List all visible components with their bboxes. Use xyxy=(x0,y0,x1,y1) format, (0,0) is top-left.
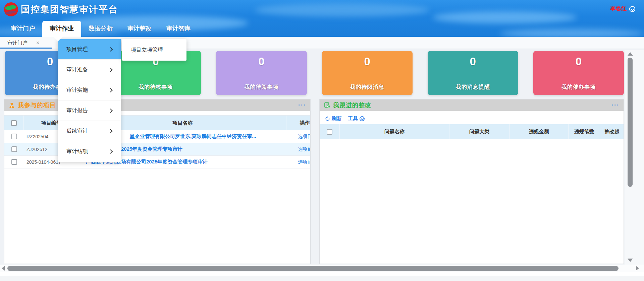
report-clock-icon xyxy=(324,102,330,109)
stat-label: 我的待核事项 xyxy=(110,84,201,91)
tab-active-indicator xyxy=(0,48,52,49)
stat-label: 我的催办事项 xyxy=(533,84,624,91)
nav-item-audit-knowledge[interactable]: 审计智库 xyxy=(159,21,198,37)
cloud-decoration xyxy=(433,11,577,23)
vertical-scrollbar[interactable] xyxy=(625,50,644,265)
tab-label[interactable]: 审计门户 xyxy=(7,40,28,46)
menu-item-audit-preparation[interactable]: 审计准备 xyxy=(58,60,121,80)
bottom-strip xyxy=(0,272,644,281)
stat-value: 0 xyxy=(216,55,307,68)
nav-item-audit-portal[interactable]: 审计门户 xyxy=(3,21,42,37)
select-all-checkbox[interactable] xyxy=(11,120,17,126)
refresh-label: 刷新 xyxy=(332,116,342,122)
close-icon[interactable]: × xyxy=(36,40,39,46)
col-violation-count: 违规笔数 xyxy=(569,124,600,139)
row-checkbox-cell xyxy=(4,156,24,168)
chevron-right-icon xyxy=(108,149,113,154)
scroll-down-icon[interactable] xyxy=(628,259,633,262)
menu-item-followup-audit[interactable]: 后续审计 xyxy=(58,121,121,141)
auditor-person-icon xyxy=(8,102,15,109)
submenu-item-project-setup[interactable]: 项目立项管理 xyxy=(122,47,186,54)
row-checkbox[interactable] xyxy=(11,146,17,152)
stat-card-urged[interactable]: 0 我的催办事项 xyxy=(533,51,624,95)
dropdown-menu: 项目管理 审计准备 审计实施 审计报告 后续审计 审计结项 xyxy=(58,39,121,162)
select-project-link[interactable]: 选项目 xyxy=(298,159,311,165)
menu-item-audit-implementation[interactable]: 审计实施 xyxy=(58,80,121,100)
menu-item-label: 后续审计 xyxy=(66,128,88,135)
scroll-right-icon[interactable] xyxy=(636,266,639,271)
username[interactable]: 李春红 xyxy=(610,5,627,12)
stat-card-reminders[interactable]: 0 我的消息提醒 xyxy=(428,51,518,95)
select-all-checkbox[interactable] xyxy=(327,129,332,135)
refresh-icon xyxy=(325,116,330,121)
stat-card-read-items[interactable]: 0 我的待阅事项 xyxy=(216,51,307,95)
projects-table-header: 项目编号 项目名称 操作 xyxy=(4,116,311,130)
more-icon[interactable]: ··· xyxy=(611,103,620,107)
logo-swoosh xyxy=(5,10,17,15)
table-row[interactable]: ZJ202512 业管理有限公司2025年度资金管理专项审计 选项目 xyxy=(4,143,311,156)
cloud-decoration xyxy=(255,3,429,17)
menu-item-audit-report[interactable]: 审计报告 xyxy=(58,100,121,121)
logo-icon xyxy=(4,2,18,16)
menu-item-label: 项目管理 xyxy=(66,46,88,53)
main-nav: 审计门户 审计作业 数据分析 审计整改 审计智库 xyxy=(3,21,198,37)
menu-item-audit-closure[interactable]: 审计结项 xyxy=(58,141,121,162)
row-checkbox[interactable] xyxy=(11,134,17,139)
col-action: 操作 xyxy=(286,116,311,130)
vertical-scrollbar-thumb[interactable] xyxy=(628,58,633,187)
scroll-up-icon[interactable] xyxy=(628,52,633,56)
chevron-down-icon[interactable] xyxy=(629,6,635,12)
horizontal-scrollbar-thumb[interactable] xyxy=(7,266,619,271)
header-checkbox-cell xyxy=(320,124,340,139)
stat-card-read-messages[interactable]: 0 我的待阅消息 xyxy=(322,51,413,95)
row-checkbox-cell xyxy=(4,143,24,155)
panel-title: 我参与的项目 xyxy=(18,101,56,109)
stat-value: 0 xyxy=(428,55,518,68)
row-checkbox-cell xyxy=(4,130,24,143)
select-project-link[interactable]: 选项目 xyxy=(298,134,311,140)
header-checkbox-cell xyxy=(4,116,24,130)
menu-item-label: 审计报告 xyxy=(66,107,88,114)
nav-item-data-analysis[interactable]: 数据分析 xyxy=(81,21,120,37)
row-checkbox[interactable] xyxy=(11,159,17,165)
stat-value: 0 xyxy=(533,55,624,68)
menu-item-project-management[interactable]: 项目管理 xyxy=(58,39,121,60)
action-cell: 选项目 xyxy=(286,130,311,143)
refresh-button[interactable]: 刷新 xyxy=(325,116,342,122)
more-icon[interactable]: ··· xyxy=(298,103,306,107)
chevron-right-icon xyxy=(108,47,113,52)
app-root: 国控集团智慧审计平台 李春红 审计门户 审计作业 数据分析 审计整改 审计智库 … xyxy=(0,0,644,281)
chevron-right-icon xyxy=(108,129,113,133)
projects-table: 项目编号 项目名称 操作 RZ202504 垦企业管理有限公司罗世东,莫咏麟同志… xyxy=(4,115,311,168)
panel-my-projects: 我参与的项目 ··· 项目编号 项目名称 操作 RZ202504 垦企业管理有限… xyxy=(4,99,311,264)
tab-audit-portal[interactable]: 审计门户 × xyxy=(0,37,52,49)
col-issue-name: 问题名称 xyxy=(340,124,449,139)
table-row[interactable]: RZ202504 垦企业管理有限公司罗世东,莫咏麟同志任中经济责任审... 选项… xyxy=(4,130,311,143)
stat-label: 我的待阅消息 xyxy=(322,84,413,91)
panel-title: 我跟进的整改 xyxy=(333,101,371,109)
tools-label: 工具 xyxy=(348,116,358,122)
app-title: 国控集团智慧审计平台 xyxy=(21,3,118,15)
nav-item-audit-rectify[interactable]: 审计整改 xyxy=(120,21,159,37)
action-cell: 选项目 xyxy=(286,143,311,155)
logo-leaf xyxy=(5,4,17,11)
chevron-right-icon xyxy=(108,109,113,113)
panel-my-rectifications: 我跟进的整改 ··· 刷新 工具 xyxy=(319,99,624,264)
panel-header: 我跟进的整改 ··· xyxy=(320,99,624,111)
chevron-down-circle-icon xyxy=(360,116,365,121)
col-issue-category: 问题大类 xyxy=(449,124,509,139)
menu-item-label: 审计准备 xyxy=(66,66,88,73)
tools-button[interactable]: 工具 xyxy=(348,116,365,122)
app-header: 国控集团智慧审计平台 李春红 审计门户 审计作业 数据分析 审计整改 审计智库 xyxy=(0,0,644,37)
select-project-link[interactable]: 选项目 xyxy=(298,146,311,152)
table-row[interactable]: 2025-0104-0617 广西农垦龙北农场有限公司2025年度资金管理专项审… xyxy=(4,156,311,168)
cloud-decoration xyxy=(500,29,644,37)
user-menu[interactable]: 李春红 xyxy=(610,5,635,12)
menu-item-label: 审计实施 xyxy=(66,87,88,94)
scroll-left-icon[interactable] xyxy=(2,266,5,271)
horizontal-scrollbar[interactable] xyxy=(0,265,644,272)
col-rectify-overdue: 整改超 xyxy=(600,124,624,139)
action-cell: 选项目 xyxy=(286,156,311,168)
nav-item-audit-work[interactable]: 审计作业 xyxy=(42,21,81,37)
chevron-right-icon xyxy=(108,68,113,72)
